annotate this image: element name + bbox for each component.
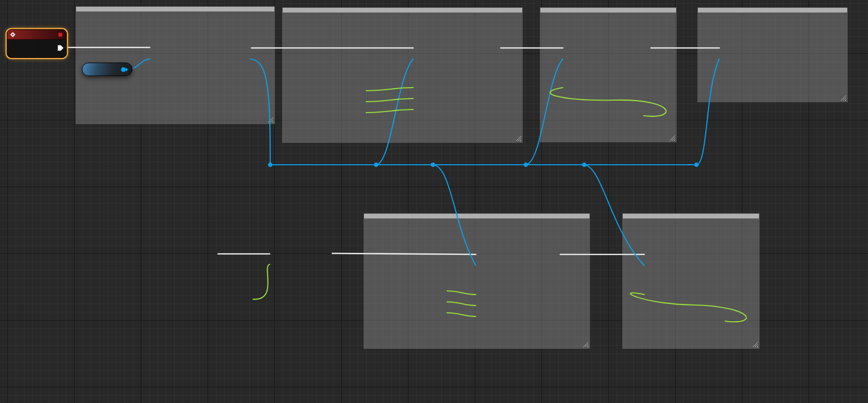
event-icon: [10, 32, 16, 37]
wire-float: [631, 293, 746, 322]
wire-layer: [0, 0, 868, 403]
wire-exec: [332, 253, 476, 254]
reroute-node[interactable]: [582, 163, 587, 167]
reroute-node[interactable]: [374, 163, 379, 167]
reroute-node[interactable]: [431, 163, 436, 167]
node-cube-variable[interactable]: [82, 63, 132, 76]
blueprint-graph-canvas[interactable]: [0, 0, 868, 403]
wire-float: [447, 291, 476, 295]
wire-float: [447, 313, 476, 316]
exec-pin[interactable]: [57, 45, 64, 51]
node-event-beginplay[interactable]: [7, 29, 67, 58]
wire-float: [366, 99, 413, 102]
reroute-node[interactable]: [268, 163, 273, 167]
wire-object: [526, 59, 563, 165]
wire-object: [433, 165, 476, 265]
wire-float: [366, 109, 413, 113]
wire-float: [366, 88, 413, 91]
wire-object: [250, 59, 719, 165]
node-header: [7, 30, 66, 40]
wire-object: [584, 165, 644, 265]
wire-float: [447, 302, 476, 306]
wire-float: [253, 264, 270, 299]
event-badge-icon: [58, 32, 63, 37]
reroute-node[interactable]: [524, 163, 528, 167]
object-pin[interactable]: [121, 67, 128, 72]
reroute-node[interactable]: [694, 163, 699, 167]
wire-float: [550, 88, 666, 116]
